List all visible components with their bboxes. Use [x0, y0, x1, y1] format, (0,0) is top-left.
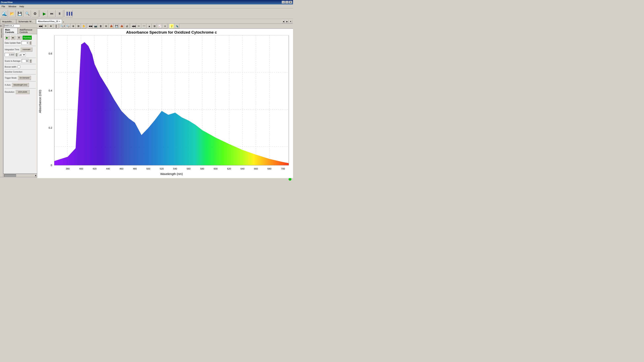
- absorbance-view-tab[interactable]: AbsorbanceView_16 ×: [36, 19, 62, 23]
- divider-5: [5, 74, 36, 74]
- add-point-btn[interactable]: +: [48, 24, 53, 28]
- data-update-rate-label: Data Update Rate: [5, 42, 21, 44]
- chart-nav-back2-btn[interactable]: ◀◀: [88, 24, 93, 28]
- scrollbar-thumb[interactable]: [4, 174, 16, 177]
- pause-button[interactable]: ⏸: [16, 35, 22, 40]
- scans-avg-down[interactable]: ▼: [30, 61, 32, 63]
- data-update-rate-down[interactable]: ▼: [29, 43, 32, 45]
- add-remove-controls-tab[interactable]: Add/Remove Controls: [18, 28, 37, 34]
- pan-btn[interactable]: ✋: [81, 24, 86, 28]
- x-tick-480: 480: [133, 167, 137, 170]
- divider-3: [5, 64, 36, 64]
- print-btn[interactable]: 🖨: [124, 24, 130, 28]
- crosshair-btn[interactable]: ✛: [43, 24, 48, 28]
- schematic-panel-tab[interactable]: Schematic W...: [16, 19, 36, 23]
- menu-bar: File Window Help: [0, 4, 293, 8]
- toolbar-separator-1: [40, 10, 40, 17]
- step-button[interactable]: ⏭: [10, 35, 16, 40]
- step-toolbar-button[interactable]: ⏭: [48, 10, 56, 17]
- table-tool-btn[interactable]: ⊞: [152, 24, 157, 28]
- scans-avg-label: Scans to Average:: [5, 60, 21, 62]
- cut-tool-btn[interactable]: ✂: [136, 24, 141, 28]
- x-tick-560: 560: [186, 167, 190, 170]
- app-title: OceanView: [1, 1, 13, 3]
- xaxis-value-button[interactable]: Wavelength (nm): [12, 83, 29, 87]
- main-controls-tab[interactable]: Main Controls: [3, 28, 18, 34]
- zoom-out-btn[interactable]: 🔍-: [66, 24, 70, 28]
- strip-tool-btn[interactable]: ≡: [162, 24, 168, 28]
- menu-help[interactable]: Help: [19, 5, 25, 8]
- chart-nav-back3-btn[interactable]: ◀◀: [131, 24, 136, 28]
- vertical-line-btn[interactable]: |: [54, 24, 58, 28]
- title-bar: OceanView ─ □ ✕: [0, 0, 293, 4]
- y-axis-label: Absorbance (OD): [38, 90, 42, 113]
- light-on-btn[interactable]: 💡: [169, 24, 174, 28]
- panel-content: Main Controls Add/Remove Controls ▶ ⏭ ⏸ …: [3, 24, 37, 177]
- tab-nav-down[interactable]: ▼: [289, 20, 292, 23]
- data-update-rate-row: Data Update Rate ▲ ▼: [5, 41, 36, 45]
- integration-time-unit-select[interactable]: µs ms: [18, 53, 26, 56]
- x-tick-460: 460: [120, 167, 124, 170]
- scans-avg-input[interactable]: [22, 59, 29, 63]
- find-button[interactable]: 🔍: [24, 10, 31, 17]
- integration-time-down[interactable]: ▼: [15, 55, 18, 56]
- playback-row: ▶ ⏭ ⏸ Running: [5, 35, 36, 40]
- x-tick-400: 400: [79, 167, 83, 170]
- data-update-rate-up[interactable]: ▲: [29, 41, 32, 43]
- logo-button[interactable]: 🌊: [1, 10, 8, 17]
- light-off-btn[interactable]: 🔦: [174, 24, 179, 28]
- acquisitions-panel-tab[interactable]: Acquisitio...: [0, 19, 16, 23]
- copy-btn[interactable]: ⧉: [104, 24, 108, 28]
- settings-button[interactable]: ⚙: [32, 10, 39, 17]
- x-tick-640: 640: [240, 167, 244, 170]
- tab-nav-right[interactable]: ▶: [285, 20, 288, 23]
- chart-container: Absorbance Spectrum for Oxidized Cytochr…: [37, 29, 293, 178]
- integration-time-input[interactable]: [5, 53, 15, 56]
- minimize-button[interactable]: ─: [282, 1, 285, 3]
- chart-toolbar: ◀◀ ✛ + | 🔍+ 🔍- ⊕ ⊞ ✋ ◀◀ 📷 🗑 ⧉ 📥 💾 📤 🖨 ◀◀…: [37, 24, 293, 29]
- trigger-mode-button[interactable]: On Demand: [18, 76, 31, 80]
- store-ref-btn[interactable]: 📥: [109, 24, 114, 28]
- menu-window[interactable]: Window: [8, 5, 17, 8]
- spectrum-tool-btn[interactable]: 📈: [158, 24, 162, 28]
- pause-toolbar-button[interactable]: ⏸: [56, 10, 63, 17]
- left-panel-scrollbar[interactable]: ▶: [3, 174, 37, 177]
- play-toolbar-button[interactable]: ▶: [41, 10, 48, 17]
- y-tick-02: 0.2: [48, 126, 52, 129]
- export-btn[interactable]: 📤: [119, 24, 124, 28]
- tab-add-button[interactable]: +: [63, 21, 64, 23]
- save-ref-btn[interactable]: 💾: [114, 24, 119, 28]
- resolution-value-button[interactable]: 1024 pixels: [16, 90, 30, 94]
- peak-tool-btn[interactable]: ▲: [147, 24, 152, 28]
- multiline-toolbar-button[interactable]: ▐▐▐: [65, 10, 72, 17]
- chart-nav-back-btn[interactable]: ◀◀: [38, 24, 43, 28]
- toolbar-separator-2: [64, 10, 64, 17]
- sn-field[interactable]: [4, 24, 20, 27]
- y-tick-06: 0.6: [48, 52, 52, 55]
- wave-tool-btn[interactable]: 〰: [142, 24, 146, 28]
- integration-time-up[interactable]: ▲: [15, 53, 18, 55]
- acq-tab-label: Acquisitio...: [2, 20, 14, 23]
- zoom-fit-btn[interactable]: ⊕: [71, 24, 76, 28]
- save-button[interactable]: 💾: [16, 10, 23, 17]
- delete-btn[interactable]: 🗑: [98, 24, 103, 28]
- integration-time-auto-button[interactable]: Automatic: [20, 47, 32, 52]
- maximize-button[interactable]: □: [285, 1, 288, 3]
- x-tick-580: 580: [200, 167, 204, 170]
- menu-file[interactable]: File: [1, 5, 6, 8]
- open-button[interactable]: 📂: [8, 10, 16, 17]
- zoom-reset-btn[interactable]: ⊞: [76, 24, 81, 28]
- resolution-label: Resolution:: [5, 91, 15, 93]
- play-button[interactable]: ▶: [5, 35, 10, 40]
- data-update-rate-input[interactable]: [22, 41, 28, 45]
- scroll-right-btn[interactable]: ▶: [34, 174, 37, 177]
- xaxis-label: X-Axis:: [5, 84, 11, 86]
- scans-avg-up[interactable]: ▲: [30, 59, 32, 61]
- boxcar-checkbox[interactable]: [18, 65, 20, 68]
- panel-expand-btn[interactable]: ▶: [0, 24, 3, 27]
- snapshot-btn[interactable]: 📷: [93, 24, 98, 28]
- abs-tab-close[interactable]: ×: [59, 20, 60, 22]
- tab-nav-left[interactable]: ◀: [282, 20, 285, 23]
- zoom-in-btn[interactable]: 🔍+: [60, 24, 65, 28]
- close-button[interactable]: ✕: [289, 1, 292, 3]
